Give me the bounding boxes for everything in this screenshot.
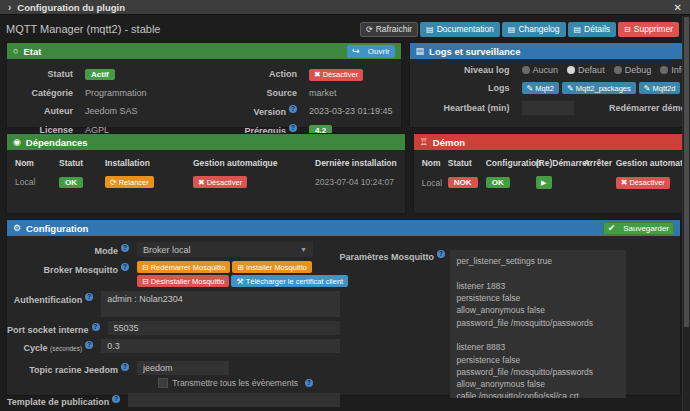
open-label: Ouvrir	[368, 47, 390, 56]
help-icon[interactable]: ?	[289, 105, 297, 113]
transmit-all-events-checkbox[interactable]	[158, 378, 168, 388]
help-icon[interactable]: ?	[85, 293, 93, 301]
dependances-panel-header: ◉ Dépendances	[7, 134, 405, 150]
log-level-label: Debug	[625, 65, 652, 75]
details-label: Détails	[584, 24, 610, 34]
log-level-label: Defaut	[578, 65, 605, 75]
scrollbar-thumb[interactable]	[684, 17, 689, 327]
paperclip-icon: ✎	[527, 84, 534, 93]
log-file-mqtt2-packages-button[interactable]: ✎Mqtt2_packages	[562, 82, 636, 94]
refresh-label: Rafraichir	[376, 24, 412, 34]
save-configuration-button[interactable]: ✔ Sauvegarder	[603, 222, 674, 235]
help-icon[interactable]: ?	[92, 323, 100, 331]
column-header: Gestion automatique	[616, 158, 690, 168]
cross-icon: ✖	[198, 178, 205, 187]
uninstall-mosquitto-button[interactable]: ⊟Désinstaller Mosquitto	[137, 275, 229, 287]
heartbeat-input[interactable]	[522, 101, 574, 115]
details-button[interactable]: ▤ Détails	[568, 22, 617, 37]
log-file-mqtt2d-button[interactable]: ✎Mqtt2d	[639, 82, 681, 94]
delete-button[interactable]: ⊟ Supprimer	[618, 22, 679, 37]
disable-plugin-button[interactable]: ✖ Désactiver	[309, 69, 363, 81]
daemon-status-badge: NOK	[448, 177, 478, 188]
gears-icon: ◉	[13, 137, 21, 147]
auteur-value: Jeedom SAS	[85, 106, 195, 116]
source-label: Source	[207, 88, 297, 98]
authentification-input[interactable]: admin : Nolan2304	[101, 291, 339, 317]
help-icon[interactable]: ?	[121, 363, 129, 371]
template-publication-input[interactable]	[128, 393, 339, 407]
daemon-nom: Local	[422, 178, 448, 188]
vertical-scrollbar[interactable]	[682, 16, 690, 411]
categorie-label: Catégorie	[15, 88, 73, 98]
help-icon[interactable]: ?	[112, 395, 120, 403]
download-icon: ⊞	[237, 263, 244, 272]
restart-daemon-label: Redémarrer démon	[574, 103, 690, 113]
close-icon[interactable]: ✕	[674, 2, 682, 13]
disable-daemon-auto-button[interactable]: ✖ Désactiver	[616, 177, 670, 189]
help-icon[interactable]: ?	[121, 244, 129, 252]
demon-panel-header: ♖ Démon	[414, 134, 690, 150]
port-socket-input[interactable]	[108, 321, 340, 335]
help-icon[interactable]: ?	[289, 124, 297, 132]
radio-icon	[660, 66, 668, 74]
dependances-title: Dépendances	[26, 137, 88, 148]
check-circle-icon: ✔	[608, 223, 616, 233]
log-level-defaut[interactable]: Defaut	[567, 65, 605, 75]
start-daemon-button[interactable]: ▶	[536, 176, 552, 189]
help-icon[interactable]: ?	[85, 341, 93, 349]
changelog-button[interactable]: ▤ Changelog	[502, 22, 566, 37]
book-icon: ▤	[426, 25, 434, 34]
configuration-panel: ⚙ Configuration ✔ Sauvegarder Mode? Brok…	[6, 219, 681, 396]
plugin-title: MQTT Manager (mqtt2) - stable	[6, 23, 160, 35]
cross-icon: ✖	[621, 178, 628, 187]
modal-title: Configuration du plugin	[17, 2, 125, 13]
column-header: Gestion automatique	[193, 158, 315, 168]
log-level-debug[interactable]: Debug	[614, 65, 652, 75]
help-icon[interactable]: ?	[305, 379, 313, 387]
refresh-button[interactable]: ⟳ Rafraichir	[360, 22, 418, 37]
action-label: Action	[207, 69, 297, 79]
status-badge: Actif	[85, 69, 115, 80]
log-file-label: Mqtt2_packages	[576, 84, 631, 93]
relaunch-dependencies-button[interactable]: ⟳ Relancer	[105, 176, 154, 188]
parametres-mosquitto-label: Paramètres Mosquitto?	[340, 242, 440, 411]
disable-dep-auto-button[interactable]: ✖ Désactiver	[193, 176, 247, 188]
chevron-right-icon: ›	[8, 2, 11, 13]
etat-panel: ○ Etat ↪ Ouvrir Statut Actif Action ✖ Dé…	[6, 42, 402, 128]
cycle-input[interactable]	[101, 339, 339, 353]
logs-files-label: Logs	[418, 83, 510, 93]
logs-title: Logs et surveillance	[429, 46, 520, 57]
bank-icon: ♖	[420, 137, 428, 147]
open-button[interactable]: ↪ Ouvrir	[347, 45, 394, 58]
version-label: Version?	[207, 105, 297, 117]
restart-mosquitto-button[interactable]: ⊟Redémarrer Mosquitto	[137, 261, 230, 273]
mode-select[interactable]: Broker local ▼	[137, 242, 313, 257]
help-icon[interactable]: ?	[437, 250, 445, 258]
log-level-aucun[interactable]: Aucun	[522, 65, 559, 75]
play-icon: ▶	[541, 179, 546, 187]
documentation-button[interactable]: ▤ Documentation	[420, 22, 500, 37]
topic-racine-input[interactable]	[137, 361, 229, 375]
radio-icon	[567, 66, 575, 74]
install-mosquitto-button[interactable]: ⊞Installer Mosquitto	[232, 261, 312, 273]
configuration-panel-header: ⚙ Configuration ✔ Sauvegarder	[7, 220, 680, 236]
daemon-config-badge: OK	[486, 177, 510, 188]
radio-icon	[522, 66, 530, 74]
source-value: market	[309, 88, 393, 98]
download-certificate-button[interactable]: ⚒Télécharger le certificat client	[231, 275, 348, 287]
modal-content: MQTT Manager (mqtt2) - stable ⟳ Rafraich…	[0, 16, 681, 411]
dep-status-badge: OK	[59, 177, 83, 188]
help-icon[interactable]: ?	[121, 263, 129, 271]
changelog-label: Changelog	[518, 24, 559, 34]
parametres-mosquitto-textarea[interactable]: per_listener_settings true listener 1883…	[450, 250, 626, 398]
plugin-header: MQTT Manager (mqtt2) - stable ⟳ Rafraich…	[6, 16, 681, 42]
disable-plugin-label: Désactiver	[323, 70, 358, 79]
log-file-mqtt2-button[interactable]: ✎Mqtt2	[522, 82, 559, 94]
power-icon: ○	[13, 46, 18, 56]
book-icon: ▤	[508, 25, 516, 34]
refresh-icon: ⟳	[110, 178, 117, 187]
categorie-value: Programmation	[85, 88, 195, 98]
column-header: Statut	[448, 158, 486, 168]
demon-title: Démon	[433, 137, 465, 148]
authentification-label: Authentification?	[7, 291, 93, 305]
